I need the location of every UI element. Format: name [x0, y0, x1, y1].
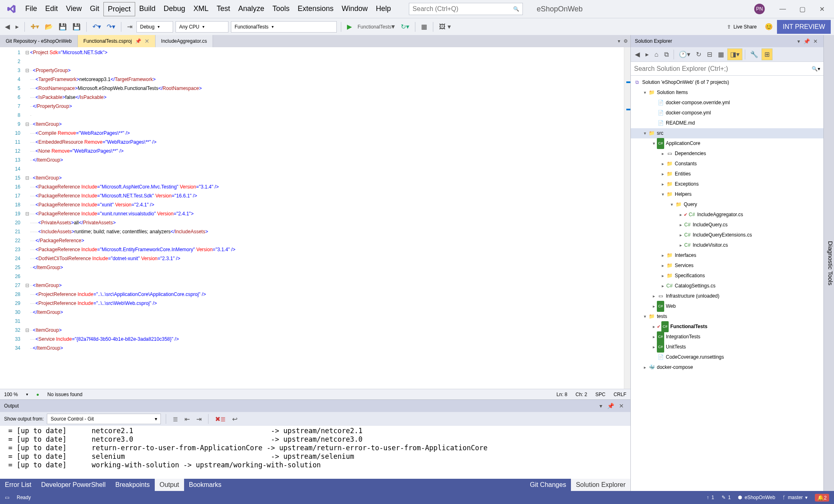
- code-editor[interactable]: 1234567891011121314151617181920212223242…: [0, 47, 630, 389]
- tree-twisty[interactable]: ▸: [660, 250, 666, 261]
- output-pin-icon[interactable]: 📌: [605, 403, 617, 409]
- tree-item-includeaggregator-cs[interactable]: ▸✔C#IncludeAggregator.cs: [631, 210, 823, 220]
- bottom-tab-error-list[interactable]: Error List: [0, 479, 36, 491]
- tree-item-services[interactable]: ▸📁Services: [631, 261, 823, 271]
- tree-twisty[interactable]: ▸: [678, 210, 684, 220]
- tree-item-src[interactable]: ▾📁src: [631, 128, 823, 138]
- tree-item-interfaces[interactable]: ▸📁Interfaces: [631, 250, 823, 261]
- tab-git-repository-eshoponweb[interactable]: Git Repository - eShopOnWeb: [0, 35, 78, 47]
- tree-item-codecoverage-runsettings[interactable]: 📄CodeCoverage.runsettings: [631, 352, 823, 362]
- diagnostic-tools-tab[interactable]: Diagnostic Tools: [823, 35, 834, 491]
- right-tab-git-changes[interactable]: Git Changes: [525, 479, 571, 491]
- forward-icon[interactable]: ▸: [14, 21, 20, 32]
- tree-twisty[interactable]: ▸: [660, 149, 666, 159]
- sol-refresh-icon[interactable]: ↻: [694, 49, 704, 60]
- tree-item-entities[interactable]: ▸📁Entities: [631, 169, 823, 179]
- tree-twisty[interactable]: ▸: [642, 362, 648, 373]
- sol-collapse-icon[interactable]: ⊟: [705, 49, 715, 60]
- run-target[interactable]: FunctionalTests ▾: [356, 21, 397, 33]
- close-icon[interactable]: ✕: [145, 38, 149, 44]
- redo-icon[interactable]: ↷▾: [105, 21, 117, 32]
- menu-git[interactable]: Git: [86, 2, 103, 16]
- output-close-icon[interactable]: ✕: [617, 403, 626, 409]
- menu-file[interactable]: File: [21, 2, 41, 16]
- sol-back-icon[interactable]: ◀: [632, 49, 642, 60]
- tree-item-includequery-cs[interactable]: ▸C#IncludeQuery.cs: [631, 220, 823, 230]
- step-icon[interactable]: ⇥: [125, 21, 134, 32]
- tree-item-helpers[interactable]: ▾📁Helpers: [631, 189, 823, 199]
- tree-item-specifications[interactable]: ▸📁Specifications: [631, 271, 823, 281]
- sol-properties-icon[interactable]: 🔧: [748, 49, 761, 60]
- output-text[interactable]: = [up to date] netcore2.1 -> upstream/ne…: [0, 426, 630, 479]
- menu-build[interactable]: Build: [135, 2, 160, 16]
- sol-view-icon[interactable]: ⊞: [762, 48, 773, 60]
- menu-extensions[interactable]: Extensions: [294, 2, 338, 16]
- sol-close-icon[interactable]: ✕: [812, 38, 819, 44]
- tree-item-readme-md[interactable]: 📄README.md: [631, 118, 823, 128]
- issues-label[interactable]: No issues found: [47, 392, 82, 397]
- open-icon[interactable]: 📂: [43, 21, 55, 32]
- tree-twisty[interactable]: ▸: [678, 240, 684, 250]
- tree-twisty[interactable]: ▾: [651, 138, 657, 149]
- search-box[interactable]: 🔍: [409, 3, 523, 15]
- tab-settings-icon[interactable]: ⚙: [623, 38, 628, 44]
- bottom-tab-output[interactable]: Output: [155, 479, 184, 491]
- tree-item-integrationtests[interactable]: ▸C#IntegrationTests: [631, 332, 823, 342]
- menu-test[interactable]: Test: [213, 2, 234, 16]
- menu-analyze[interactable]: Analyze: [234, 2, 268, 16]
- output-tool-1[interactable]: ≣: [171, 414, 180, 425]
- menu-xml[interactable]: XML: [189, 2, 213, 16]
- tree-item-constants[interactable]: ▸📁Constants: [631, 159, 823, 169]
- status-repo[interactable]: ⬢eShopOnWeb: [738, 495, 775, 500]
- tree-item-query[interactable]: ▾📁Query: [631, 199, 823, 210]
- tree-item-docker-compose-override-yml[interactable]: 📄docker-compose.override.yml: [631, 98, 823, 108]
- sol-switch-icon[interactable]: ⧉: [662, 49, 671, 60]
- tree-twisty[interactable]: ▸: [660, 271, 666, 281]
- menu-help[interactable]: Help: [372, 2, 395, 16]
- output-clear-icon[interactable]: ✖≣: [213, 414, 227, 425]
- tree-item-tests[interactable]: ▾📁tests: [631, 311, 823, 322]
- status-branch[interactable]: ᚶmaster ▾: [783, 495, 808, 500]
- solution-root[interactable]: ⧉Solution 'eShopOnWeb' (6 of 7 projects): [631, 77, 823, 88]
- tree-item-dependencies[interactable]: ▸▭Dependencies: [631, 149, 823, 159]
- tree-twisty[interactable]: ▸: [660, 169, 666, 179]
- tree-twisty[interactable]: ▸: [660, 281, 666, 291]
- tree-item-includevisitor-cs[interactable]: ▸C#IncludeVisitor.cs: [631, 240, 823, 250]
- menu-project[interactable]: Project: [103, 2, 135, 16]
- sol-preview-icon[interactable]: ◨▾: [727, 48, 742, 60]
- tree-twisty[interactable]: ▸: [678, 230, 684, 240]
- bottom-tab-bookmarks[interactable]: Bookmarks: [184, 479, 226, 491]
- undo-icon[interactable]: ↶▾: [91, 21, 103, 32]
- close-button[interactable]: ✕: [813, 0, 831, 18]
- tree-twisty[interactable]: ▸: [678, 220, 684, 230]
- tree-item-unittests[interactable]: ▸C#UnitTests: [631, 342, 823, 352]
- status-pending[interactable]: ✎ 1: [722, 495, 731, 500]
- tree-item-includequeryextensions-cs[interactable]: ▸C#IncludeQueryExtensions.cs: [631, 230, 823, 240]
- sol-dropdown-icon[interactable]: ▾: [796, 38, 802, 44]
- sol-pin-icon[interactable]: 📌: [802, 38, 812, 44]
- tree-twisty[interactable]: ▸: [651, 322, 657, 332]
- output-source-dropdown[interactable]: Source Control - Git▾: [47, 414, 161, 424]
- output-wrap-icon[interactable]: ↩: [230, 414, 239, 425]
- status-push[interactable]: ↑ 1: [707, 495, 714, 500]
- pin-icon[interactable]: 📌: [135, 38, 141, 44]
- search-input[interactable]: [413, 5, 513, 13]
- tree-item-functionaltests[interactable]: ▸✔C#FunctionalTests: [631, 322, 823, 332]
- tree-item-catalogsettings-cs[interactable]: ▸C#CatalogSettings.cs: [631, 281, 823, 291]
- tree-twisty[interactable]: ▾: [660, 189, 666, 199]
- scrollbar[interactable]: [624, 47, 630, 389]
- tab-overflow-icon[interactable]: ▾: [618, 38, 620, 44]
- tree-twisty[interactable]: ▸: [651, 342, 657, 352]
- bottom-tab-developer-powershell[interactable]: Developer PowerShell: [36, 479, 110, 491]
- sol-fwd-icon[interactable]: ▸: [643, 49, 651, 60]
- solution-search-input[interactable]: [634, 65, 812, 72]
- menu-tools[interactable]: Tools: [268, 2, 294, 16]
- menu-edit[interactable]: Edit: [41, 2, 62, 16]
- tree-item-infrastructure-unloaded-[interactable]: ▸▭Infrastructure (unloaded): [631, 291, 823, 301]
- user-avatar[interactable]: PN: [754, 4, 765, 14]
- config-dropdown[interactable]: Debug▾: [136, 21, 173, 33]
- tree-item-solution-items[interactable]: ▾📁Solution Items: [631, 88, 823, 98]
- tree-twisty[interactable]: ▸: [651, 291, 657, 301]
- menu-view[interactable]: View: [62, 2, 86, 16]
- save-all-icon[interactable]: 💾: [71, 21, 82, 32]
